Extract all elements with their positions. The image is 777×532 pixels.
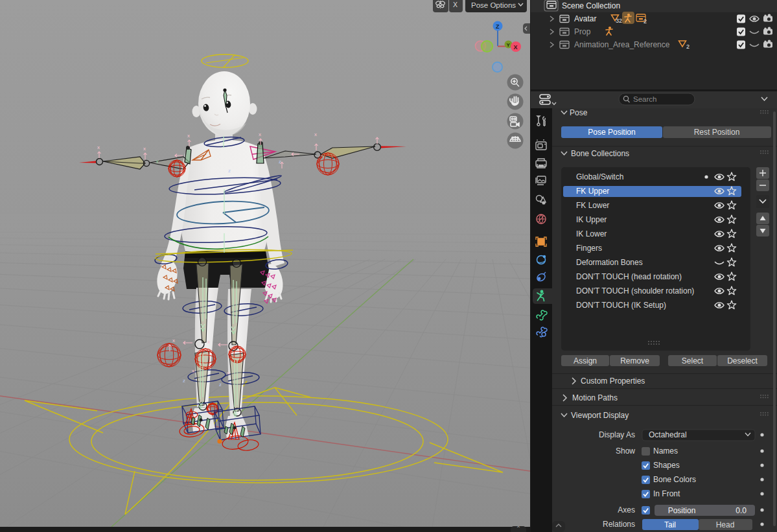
svg-text:Y: Y — [321, 154, 325, 159]
svg-text:x: x — [172, 338, 175, 343]
svg-text:Motion Paths: Motion Paths — [572, 393, 618, 402]
svg-text:Pose Options: Pose Options — [471, 1, 516, 9]
svg-text:Fingers: Fingers — [576, 244, 602, 253]
svg-text:Select: Select — [682, 356, 704, 365]
svg-text:x: x — [259, 132, 261, 137]
svg-text:Z: Z — [496, 23, 500, 30]
svg-text:Animation_Area_Reference: Animation_Area_Reference — [574, 40, 670, 49]
svg-text:Y: Y — [198, 404, 202, 410]
svg-text:Y: Y — [232, 330, 236, 336]
svg-text:x: x — [207, 339, 210, 345]
svg-text:Pose Position: Pose Position — [588, 128, 635, 137]
svg-text:z: z — [219, 382, 222, 387]
svg-text:Custom Properties: Custom Properties — [581, 376, 645, 386]
svg-text:IK Upper: IK Upper — [576, 215, 607, 224]
svg-text:FK Lower: FK Lower — [576, 201, 609, 210]
svg-text:Relations: Relations — [603, 520, 635, 529]
svg-text:Octahedral: Octahedral — [649, 430, 687, 439]
svg-text:Shapes: Shapes — [653, 461, 680, 470]
svg-text:x: x — [192, 368, 194, 374]
svg-text:Avatar: Avatar — [574, 14, 596, 23]
svg-text:Head: Head — [716, 520, 735, 529]
svg-text:In Front: In Front — [653, 489, 680, 498]
svg-text:IK Lower: IK Lower — [576, 229, 607, 238]
svg-text:Rest Position: Rest Position — [694, 128, 740, 137]
svg-text:X: X — [514, 44, 518, 51]
svg-text:x: x — [97, 145, 100, 150]
svg-text:DON'T TOUCH (shoulder rotation: DON'T TOUCH (shoulder rotation) — [576, 286, 694, 295]
svg-text:Y: Y — [233, 411, 237, 417]
svg-text:Assign: Assign — [574, 356, 597, 365]
svg-text:Deformation Bones: Deformation Bones — [576, 258, 643, 267]
svg-text:Remove: Remove — [620, 356, 649, 365]
svg-text:Prop: Prop — [574, 27, 591, 36]
svg-text:0.0: 0.0 — [736, 506, 747, 515]
svg-text:X: X — [453, 1, 458, 8]
svg-text:Axes: Axes — [618, 505, 635, 515]
svg-text:Names: Names — [653, 446, 678, 456]
svg-text:Pose: Pose — [570, 108, 588, 117]
svg-text:x: x — [227, 370, 229, 376]
svg-text:Tail: Tail — [664, 520, 676, 529]
svg-text:2: 2 — [644, 18, 647, 25]
svg-text:Bone Colors: Bone Colors — [653, 475, 696, 484]
svg-text:z: z — [183, 378, 185, 384]
svg-text:Y: Y — [156, 159, 159, 165]
svg-text:Display As: Display As — [599, 430, 635, 439]
svg-text:z: z — [228, 168, 231, 174]
svg-text:Y: Y — [202, 327, 205, 333]
svg-text:Scene Collection: Scene Collection — [562, 1, 620, 10]
svg-text:DON'T TOUCH (IK Setup): DON'T TOUCH (IK Setup) — [576, 301, 666, 310]
svg-text:x: x — [314, 132, 317, 137]
svg-text:Y: Y — [507, 42, 511, 48]
svg-text:Deselect: Deselect — [727, 356, 758, 365]
svg-text:Search: Search — [633, 95, 656, 103]
svg-text:Global/Switch: Global/Switch — [576, 172, 623, 181]
svg-text:DON'T TOUCH (head rotation): DON'T TOUCH (head rotation) — [576, 272, 682, 281]
svg-text:Viewport Display: Viewport Display — [571, 411, 629, 420]
svg-text:Show: Show — [616, 446, 635, 456]
svg-text:z: z — [279, 159, 281, 165]
svg-text:Bone Collections: Bone Collections — [571, 149, 629, 158]
svg-text:x: x — [187, 133, 190, 139]
svg-text:32: 32 — [616, 17, 622, 24]
svg-text:2: 2 — [686, 43, 690, 50]
svg-text:x: x — [143, 146, 146, 152]
svg-text:Position: Position — [668, 506, 696, 515]
svg-text:FK Upper: FK Upper — [576, 187, 609, 196]
